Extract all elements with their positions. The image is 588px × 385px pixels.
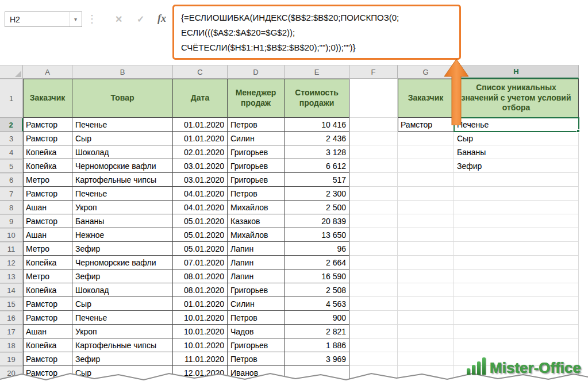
- cell-B15[interactable]: Сыр: [72, 297, 173, 311]
- cell-C12[interactable]: 07.01.2020: [173, 256, 228, 270]
- row-header-6[interactable]: 6: [0, 173, 23, 187]
- cell-F2[interactable]: [349, 118, 398, 132]
- cell-A2[interactable]: Рамстор: [23, 118, 72, 132]
- cell-E9[interactable]: 20 839: [285, 214, 349, 228]
- row-header-20[interactable]: 20: [0, 366, 23, 380]
- cell-C4[interactable]: 02.01.2020: [173, 145, 228, 159]
- cell-G9[interactable]: [398, 214, 454, 228]
- cell-E16[interactable]: 900: [285, 311, 349, 325]
- cell-G5[interactable]: [398, 159, 454, 173]
- cell-H18[interactable]: [454, 338, 579, 352]
- cell-A11[interactable]: Метро: [23, 242, 72, 256]
- enter-icon[interactable]: ✓: [137, 14, 144, 25]
- cell-F5[interactable]: [349, 159, 398, 173]
- row-header-14[interactable]: 14: [0, 283, 23, 297]
- cell-B5[interactable]: Черноморские вафли: [72, 159, 173, 173]
- cell-A19[interactable]: Рамстор: [23, 352, 72, 366]
- cell-G15[interactable]: [398, 297, 454, 311]
- cell-D11[interactable]: Лапин: [228, 242, 285, 256]
- row-header-15[interactable]: 15: [0, 297, 23, 311]
- insert-function-icon[interactable]: fx: [157, 13, 166, 25]
- cell-A3[interactable]: Рамстор: [23, 132, 72, 145]
- cell-D2[interactable]: Петров: [228, 118, 285, 132]
- cell-F15[interactable]: [349, 297, 398, 311]
- cell-C7[interactable]: 04.01.2020: [173, 187, 228, 201]
- cell-H6[interactable]: [454, 173, 579, 187]
- cell-G3[interactable]: [398, 132, 454, 145]
- cell-F18[interactable]: [349, 338, 398, 352]
- cell-C10[interactable]: 05.01.2020: [173, 228, 228, 242]
- cell-G16[interactable]: [398, 311, 454, 325]
- cell-H1[interactable]: Список уникальных значений с учетом усло…: [454, 79, 579, 118]
- cell-C19[interactable]: 11.01.2020: [173, 352, 228, 366]
- cell-E4[interactable]: 3 128: [285, 145, 349, 159]
- cell-A7[interactable]: Рамстор: [23, 187, 72, 201]
- name-box[interactable]: H2 ▾: [5, 11, 82, 27]
- cell-D19[interactable]: Петров: [228, 352, 285, 366]
- cell-B9[interactable]: Бананы: [72, 214, 173, 228]
- cell-B12[interactable]: Черноморские вафли: [72, 256, 173, 270]
- cell-B10[interactable]: Нежное: [72, 228, 173, 242]
- cell-A16[interactable]: Рамстор: [23, 311, 72, 325]
- cell-A17[interactable]: Ашан: [23, 325, 72, 338]
- cell-A6[interactable]: Метро: [23, 173, 72, 187]
- fill-handle[interactable]: [577, 129, 580, 133]
- cell-G14[interactable]: [398, 283, 454, 297]
- cell-G11[interactable]: [398, 242, 454, 256]
- cell-F20[interactable]: [349, 366, 398, 380]
- cell-D13[interactable]: Лапин: [228, 270, 285, 283]
- cell-C14[interactable]: 08.01.2020: [173, 283, 228, 297]
- cell-A5[interactable]: Копейка: [23, 159, 72, 173]
- row-header-18[interactable]: 18: [0, 338, 23, 352]
- cell-C15[interactable]: 01.01.2020: [173, 297, 228, 311]
- cell-B20[interactable]: Сыр: [72, 366, 173, 380]
- cell-D8[interactable]: Михайлов: [228, 201, 285, 214]
- cell-G10[interactable]: [398, 228, 454, 242]
- cell-H14[interactable]: [454, 283, 579, 297]
- cell-D4[interactable]: Григорьев: [228, 145, 285, 159]
- cell-A12[interactable]: Копейка: [23, 256, 72, 270]
- cell-G17[interactable]: [398, 325, 454, 338]
- cell-A10[interactable]: Ашан: [23, 228, 72, 242]
- row-header-7[interactable]: 7: [0, 187, 23, 201]
- row-header-16[interactable]: 16: [0, 311, 23, 325]
- cell-A1[interactable]: Заказчик: [23, 79, 72, 118]
- cell-F12[interactable]: [349, 256, 398, 270]
- cell-C16[interactable]: 10.01.2020: [173, 311, 228, 325]
- cell-A15[interactable]: Рамстор: [23, 297, 72, 311]
- cell-E17[interactable]: 2 821: [285, 325, 349, 338]
- cell-C2[interactable]: 01.01.2020: [173, 118, 228, 132]
- cell-A20[interactable]: Рамстор: [23, 366, 72, 380]
- cell-B19[interactable]: Зефир: [72, 352, 173, 366]
- cell-E12[interactable]: 2 664: [285, 256, 349, 270]
- cell-E11[interactable]: 96: [285, 242, 349, 256]
- column-header-A[interactable]: A: [23, 65, 72, 79]
- cell-H5[interactable]: Зефир: [454, 159, 579, 173]
- cell-B18[interactable]: Картофельные чипсы: [72, 338, 173, 352]
- row-header-4[interactable]: 4: [0, 145, 23, 159]
- cell-G20[interactable]: [398, 366, 454, 380]
- row-header-17[interactable]: 17: [0, 325, 23, 338]
- cell-G8[interactable]: [398, 201, 454, 214]
- cell-H12[interactable]: [454, 256, 579, 270]
- cell-E13[interactable]: 16 590: [285, 270, 349, 283]
- cell-F14[interactable]: [349, 283, 398, 297]
- cell-E18[interactable]: 1 886: [285, 338, 349, 352]
- cell-F10[interactable]: [349, 228, 398, 242]
- cell-A9[interactable]: Рамстор: [23, 214, 72, 228]
- row-header-5[interactable]: 5: [0, 159, 23, 173]
- cell-H4[interactable]: Бананы: [454, 145, 579, 159]
- cancel-icon[interactable]: ✕: [115, 14, 122, 25]
- cell-D16[interactable]: Петров: [228, 311, 285, 325]
- cell-B16[interactable]: Печенье: [72, 311, 173, 325]
- cell-G7[interactable]: [398, 187, 454, 201]
- cell-A8[interactable]: Ашан: [23, 201, 72, 214]
- cell-D6[interactable]: Григорьев: [228, 173, 285, 187]
- cell-H16[interactable]: [454, 311, 579, 325]
- cell-B1[interactable]: Товар: [72, 79, 173, 118]
- column-header-H[interactable]: H: [454, 65, 579, 79]
- cell-C9[interactable]: 05.01.2020: [173, 214, 228, 228]
- cell-D18[interactable]: Григорьев: [228, 338, 285, 352]
- cell-F13[interactable]: [349, 270, 398, 283]
- cell-F1[interactable]: [349, 79, 398, 118]
